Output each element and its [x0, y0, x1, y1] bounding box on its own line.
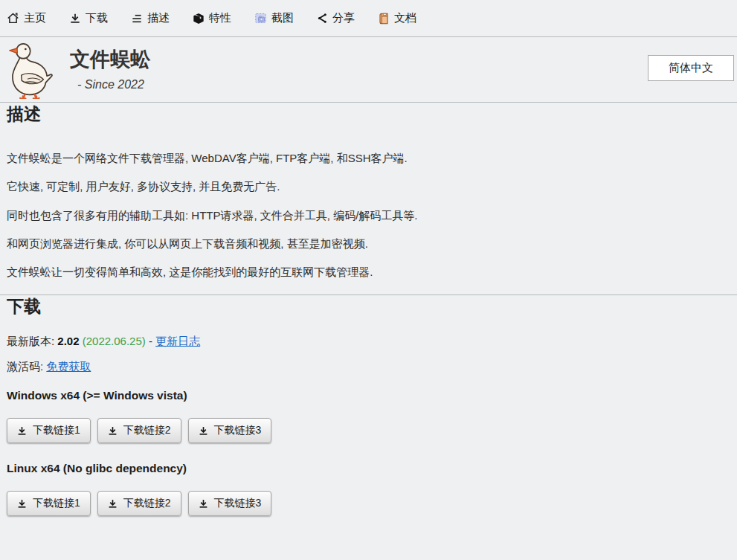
download-icon [199, 499, 208, 509]
nav-item-label: 截图 [271, 11, 294, 25]
nav-item-download[interactable]: 下载 [69, 11, 108, 25]
version-number: 2.02 [57, 335, 79, 347]
nav-item-features[interactable]: 特性 [193, 11, 231, 25]
description-paragraph: 文件蜈蚣让一切变得简单和高效, 这是你能找到的最好的互联网下载管理器. [7, 265, 730, 278]
download-icon [108, 426, 118, 436]
screenshot-icon [254, 12, 267, 25]
latest-version-line: 最新版本: 2.02 (2022.06.25) - 更新日志 [7, 335, 730, 349]
windows-download-link-3-button[interactable]: 下载链接3 [188, 418, 272, 443]
download-icon [17, 426, 27, 436]
download-button-label: 下载链接3 [214, 497, 262, 510]
linux-download-buttons: 下载链接1 下载链接2 下载链接3 [7, 491, 730, 516]
linux-download-link-1-button[interactable]: 下载链接1 [7, 491, 91, 516]
windows-download-buttons: 下载链接1 下载链接2 下载链接3 [7, 418, 730, 443]
nav-item-home[interactable]: 主页 [7, 11, 46, 25]
linux-download-link-2-button[interactable]: 下载链接2 [97, 491, 181, 516]
nav-item-screenshot[interactable]: 截图 [254, 11, 294, 25]
description-paragraph: 文件蜈蚣是一个网络文件下载管理器, WebDAV客户端, FTP客户端, 和SS… [7, 152, 730, 164]
latest-version-label: 最新版本: [7, 335, 54, 347]
download-button-label: 下载链接1 [33, 497, 80, 510]
download-heading: 下载 [7, 295, 730, 318]
download-icon [108, 499, 118, 509]
download-button-label: 下载链接3 [214, 424, 262, 437]
description-icon [131, 13, 143, 25]
home-icon [7, 12, 19, 25]
activation-line: 激活码: 免费获取 [7, 360, 730, 374]
description-paragraph: 它快速, 可定制, 用户友好, 多协议支持, 并且免费无广告. [7, 180, 730, 193]
windows-heading: Windows x64 (>= Windows vista) [7, 389, 730, 402]
nav-item-label: 下载 [86, 11, 108, 25]
nav-item-label: 文档 [394, 11, 416, 25]
nav-item-label: 分享 [332, 11, 355, 25]
goose-logo [4, 42, 55, 102]
download-icon [69, 13, 81, 25]
windows-download-link-2-button[interactable]: 下载链接2 [97, 418, 181, 443]
changelog-link[interactable]: 更新日志 [155, 335, 200, 347]
release-date: (2022.06.25) [83, 335, 146, 347]
download-icon [199, 426, 208, 436]
download-icon [17, 499, 27, 509]
top-navigation: 主页 下载 描述 特性 截图 分享 文档 [0, 0, 737, 37]
language-button[interactable]: 简体中文 [648, 55, 734, 81]
nav-item-description[interactable]: 描述 [131, 11, 170, 25]
linux-heading: Linux x64 (No glibc dependency) [7, 462, 730, 475]
features-icon [193, 13, 205, 25]
page-subtitle: - Since 2022 [77, 78, 150, 91]
separator-dash: - [149, 335, 152, 347]
page-title: 文件蜈蚣 [70, 49, 150, 71]
windows-download-link-1-button[interactable]: 下载链接1 [7, 418, 91, 443]
activation-label: 激活码: [7, 360, 43, 373]
nav-item-docs[interactable]: 文档 [378, 11, 416, 25]
description-paragraph: 同时也包含了很多有用的辅助工具如: HTTP请求器, 文件合并工具, 编码/解码… [7, 209, 730, 222]
activation-link[interactable]: 免费获取 [46, 360, 91, 373]
description-heading: 描述 [7, 103, 730, 126]
linux-download-link-3-button[interactable]: 下载链接3 [188, 491, 272, 516]
description-paragraph: 和网页浏览器进行集成, 你可以从网页上下载音频和视频, 甚至是加密视频. [7, 237, 730, 250]
main-content: 描述 文件蜈蚣是一个网络文件下载管理器, WebDAV客户端, FTP客户端, … [0, 103, 737, 516]
share-icon [317, 13, 328, 24]
download-button-label: 下载链接2 [123, 497, 171, 510]
docs-icon [378, 13, 390, 25]
nav-item-label: 特性 [209, 11, 231, 25]
download-button-label: 下载链接2 [123, 424, 171, 437]
nav-item-share[interactable]: 分享 [317, 11, 355, 25]
nav-item-label: 描述 [147, 11, 170, 25]
nav-item-label: 主页 [24, 11, 46, 25]
download-button-label: 下载链接1 [33, 424, 80, 437]
site-header: 文件蜈蚣 - Since 2022 简体中文 [0, 37, 737, 103]
